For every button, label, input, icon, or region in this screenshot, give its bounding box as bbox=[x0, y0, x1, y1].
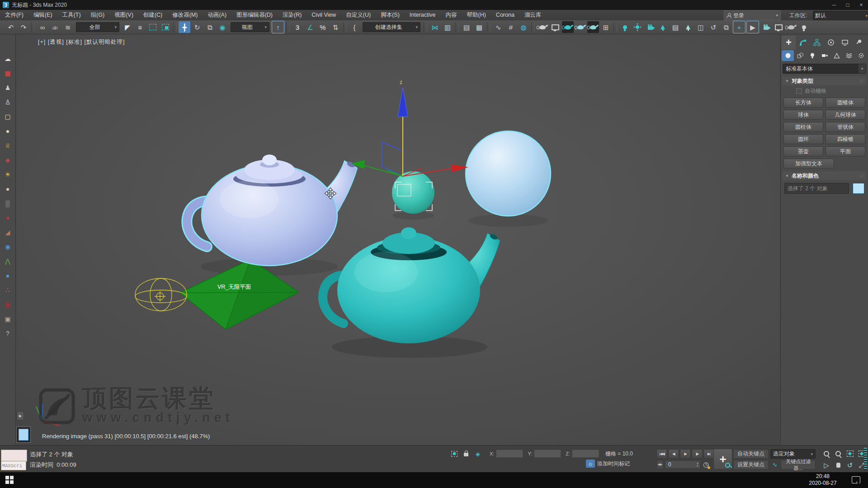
menu-item[interactable]: 动画(A) bbox=[203, 10, 231, 20]
subtab-helpers[interactable] bbox=[830, 50, 843, 61]
object-type-button[interactable]: 四棱锥 bbox=[826, 134, 865, 144]
select-object-icon[interactable]: ◤ bbox=[122, 21, 133, 33]
tab-display[interactable] bbox=[838, 36, 852, 49]
minimize-button[interactable]: ─ bbox=[827, 0, 841, 10]
crate-red-icon[interactable]: ▣ bbox=[1, 298, 14, 310]
create-sun-icon[interactable] bbox=[632, 21, 643, 33]
orbit-light-icon[interactable]: ↺ bbox=[708, 21, 719, 33]
camera-tool-icon[interactable] bbox=[1, 38, 14, 50]
key-filter-icon[interactable]: ∿ bbox=[770, 460, 779, 469]
help-icon[interactable]: ? bbox=[1, 327, 14, 339]
select-and-link-icon[interactable]: ∞ bbox=[37, 21, 48, 33]
key-filters-button[interactable]: 关键点过滤器... bbox=[781, 460, 816, 469]
object-type-rollout[interactable]: ▼ 对象类型 ∷ bbox=[783, 76, 866, 85]
next-frame-button[interactable]: |▶ bbox=[692, 449, 703, 459]
axe-icon[interactable]: ◢ bbox=[1, 226, 14, 238]
render-production-icon[interactable] bbox=[562, 21, 574, 33]
zoom-all-icon[interactable] bbox=[832, 448, 844, 460]
previous-frame-button[interactable]: ◀| bbox=[668, 449, 679, 459]
subtab-geometry[interactable] bbox=[782, 50, 794, 61]
object-type-button[interactable]: 圆环 bbox=[783, 134, 823, 144]
primitive-category-dropdown[interactable]: 标准基本体 ▾ bbox=[783, 64, 866, 74]
workspace-dropdown[interactable]: 默认 ▾ bbox=[813, 11, 868, 20]
reference-coordinate-dropdown[interactable]: 视图 bbox=[231, 22, 269, 32]
percent-snap-icon[interactable]: % bbox=[317, 21, 329, 33]
trophy-icon[interactable]: ♕ bbox=[1, 139, 14, 151]
undo-icon[interactable]: ↶ bbox=[5, 21, 17, 33]
tab-modify[interactable] bbox=[796, 36, 810, 49]
character-icon[interactable]: ♟ bbox=[1, 81, 14, 94]
color-dots-icon[interactable]: ∴ bbox=[1, 284, 14, 296]
object-type-button[interactable]: 圆柱体 bbox=[783, 122, 823, 132]
action-center-icon[interactable] bbox=[852, 476, 860, 483]
select-and-rotate-icon[interactable]: ↻ bbox=[191, 21, 203, 33]
selection-filter-dropdown[interactable]: 全部 bbox=[76, 22, 119, 32]
name-color-rollout[interactable]: ▼ 名称和颜色 ∷ bbox=[783, 171, 866, 180]
mini-track-strip[interactable] bbox=[864, 448, 867, 470]
create-camera-icon[interactable] bbox=[644, 21, 656, 33]
menu-item[interactable]: 修改器(M) bbox=[167, 10, 203, 20]
mirror-icon[interactable]: ⋈ bbox=[429, 21, 441, 33]
light-outline-icon[interactable] bbox=[798, 21, 810, 33]
perspective-viewport[interactable]: z VR_无限平面 [+] [透视] [标准] [默认明暗处理 bbox=[16, 34, 780, 446]
material-editor-icon[interactable]: ◍ bbox=[518, 21, 529, 33]
align-icon[interactable]: ▥ bbox=[442, 21, 453, 33]
menu-item[interactable]: Civil View bbox=[307, 10, 341, 20]
zoom-extents-icon[interactable] bbox=[844, 448, 856, 460]
snaps-toggle-icon[interactable]: 3 bbox=[292, 21, 303, 33]
x-coordinate-field[interactable] bbox=[496, 450, 523, 458]
tab-create[interactable]: + bbox=[782, 36, 796, 49]
tool-red-icon[interactable]: ◆ bbox=[1, 154, 14, 166]
tab-utilities[interactable] bbox=[852, 36, 866, 49]
create-light-icon[interactable] bbox=[619, 21, 631, 33]
sphere-large-selected[interactable] bbox=[466, 131, 551, 216]
menu-item[interactable]: 视图(V) bbox=[109, 10, 138, 20]
maximize-button[interactable]: □ bbox=[841, 0, 854, 10]
head-icon[interactable]: ● bbox=[1, 125, 14, 137]
close-button[interactable]: × bbox=[854, 0, 868, 10]
menu-item[interactable]: 编辑(E) bbox=[28, 10, 57, 20]
menu-item[interactable]: 图形编辑器(D) bbox=[231, 10, 278, 20]
sphere-small[interactable] bbox=[392, 171, 434, 214]
transform-typein-icon[interactable]: ◈ bbox=[473, 450, 482, 458]
plane-tool-icon[interactable]: ▢ bbox=[1, 110, 14, 122]
schematic-view-icon[interactable]: # bbox=[505, 21, 517, 33]
sphere-tan-icon[interactable]: ● bbox=[1, 183, 14, 195]
menu-item[interactable]: 渲染(R) bbox=[278, 10, 307, 20]
orbit-icon[interactable]: ↺ bbox=[844, 459, 856, 471]
object-type-button[interactable]: 长方体 bbox=[783, 98, 823, 108]
use-pivot-point-icon[interactable]: ↑ bbox=[272, 21, 284, 33]
door-icon[interactable]: ◫ bbox=[695, 21, 707, 33]
scene-explorer-icon[interactable]: ▦ bbox=[473, 21, 485, 33]
swirl-icon[interactable]: ◉ bbox=[1, 240, 14, 253]
subtab-lights[interactable] bbox=[806, 50, 818, 61]
layer-manager-icon[interactable]: ▤ bbox=[461, 21, 472, 33]
object-type-button[interactable]: 几何球体 bbox=[826, 110, 865, 120]
play-button[interactable]: ▶ bbox=[680, 449, 691, 459]
menu-item[interactable]: 工具(T) bbox=[57, 10, 86, 20]
activeshade-icon[interactable] bbox=[587, 21, 599, 33]
autogrid-checkbox[interactable]: 自动栅格 bbox=[796, 87, 868, 95]
grid-arrow-icon[interactable]: + bbox=[733, 21, 745, 33]
tab-motion[interactable] bbox=[824, 36, 838, 49]
zoom-icon[interactable] bbox=[821, 448, 832, 460]
subtab-shapes[interactable] bbox=[794, 50, 806, 61]
go-to-start-button[interactable]: |◀◀ bbox=[656, 449, 667, 459]
curve-editor-icon[interactable]: ∿ bbox=[492, 21, 504, 33]
select-and-place-icon[interactable]: ◉ bbox=[217, 21, 228, 33]
create-foliage-icon[interactable] bbox=[657, 21, 669, 33]
key-selection-set-dropdown[interactable]: 选定对象 ▾ bbox=[770, 449, 816, 459]
cloud-icon[interactable]: ☁ bbox=[1, 52, 14, 65]
object-type-button[interactable]: 平面 bbox=[826, 146, 865, 156]
spinner-icon[interactable]: ▲▼ bbox=[696, 461, 699, 468]
menu-item[interactable]: 自定义(U) bbox=[341, 10, 376, 20]
state-sets-icon[interactable]: ⧉ bbox=[720, 21, 732, 33]
object-color-swatch[interactable] bbox=[853, 183, 864, 194]
select-and-move-icon[interactable]: ╋ bbox=[179, 21, 190, 33]
menu-item[interactable]: 组(G) bbox=[86, 10, 110, 20]
teapot-outline-icon[interactable] bbox=[785, 21, 797, 33]
maxscript-listener-field[interactable]: MAXScri bbox=[1, 461, 26, 470]
menu-item[interactable]: Interactive bbox=[405, 10, 441, 20]
menu-item[interactable]: 创建(C) bbox=[138, 10, 167, 20]
object-type-button[interactable]: 茶壶 bbox=[783, 146, 823, 156]
